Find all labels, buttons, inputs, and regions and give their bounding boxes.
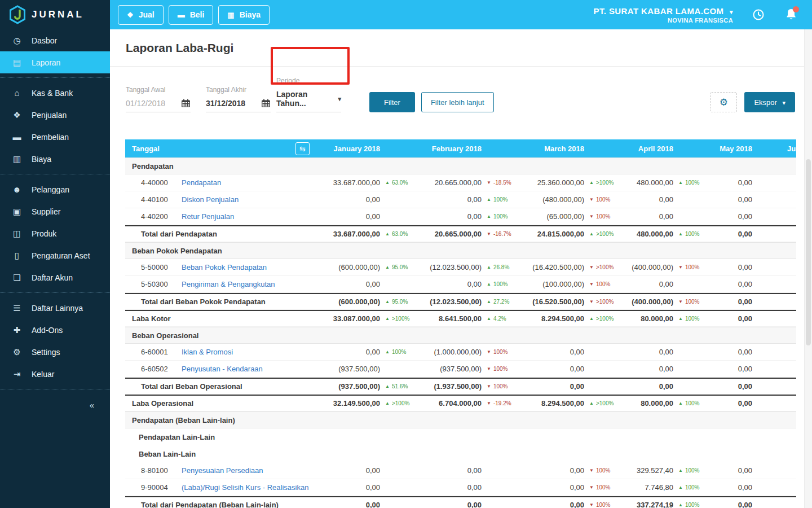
advanced-filter-button[interactable]: Filter lebih lanjut: [421, 92, 494, 112]
app-logo[interactable]: JURNAL: [0, 0, 110, 29]
month-cell: (600.000,00)▲95.0%: [312, 263, 415, 271]
page-title: Laporan Laba-Rugi: [126, 41, 233, 55]
account-link[interactable]: Diskon Penjualan: [182, 195, 239, 204]
sidebar-item-biaya[interactable]: ▥Biaya: [0, 148, 110, 170]
sidebar-item-pembelian[interactable]: ▬Pembelian: [0, 126, 110, 148]
sidebar-divider: [0, 77, 110, 78]
triangle-down-icon: ▼: [589, 299, 594, 304]
month-cell: 20.665.000,00▼-16.7%: [415, 230, 517, 238]
end-date-field[interactable]: Tanggal Akhir 31/12/2018: [206, 86, 271, 112]
month-cell: 8.294.500,00▲>100%: [517, 314, 619, 323]
triangle-up-icon: ▲: [589, 401, 594, 406]
percent-value: >100%: [596, 231, 614, 237]
month-cell: 0,00: [619, 212, 708, 221]
increase-badge: ▲>100%: [589, 231, 614, 237]
percent-value: 100%: [685, 502, 700, 508]
sales-tag-icon: ❖: [11, 110, 23, 120]
cell-value: 33.087.000,00: [312, 314, 380, 323]
month-cell: 0,00: [619, 348, 708, 356]
percent-value: 100%: [493, 196, 508, 203]
notifications-button[interactable]: [785, 8, 797, 21]
sidebar-collapse-button[interactable]: «: [0, 393, 110, 410]
sidebar-item-dasbor[interactable]: ◷Dasbor: [0, 29, 110, 51]
account-link[interactable]: Retur Penjualan: [182, 212, 234, 221]
account-code: 5-50300: [141, 280, 176, 288]
cell-value: 0,00: [708, 382, 752, 391]
badge-zone: ▲51.6%: [380, 383, 415, 389]
sidebar-item-pengaturan-aset[interactable]: ▯Pengaturan Aset: [0, 244, 110, 266]
account-link[interactable]: Pendapatan: [182, 178, 221, 187]
filter-bar: Tanggal Awal 01/12/2018 Tanggal Akhir 31…: [110, 67, 812, 121]
triangle-down-icon: ▼: [487, 401, 491, 406]
report-settings-button[interactable]: ⚙: [710, 92, 737, 112]
badge-zone: ▲100%: [673, 316, 708, 322]
sidebar-item-kas-bank[interactable]: ⌂Kas & Bank: [0, 82, 110, 104]
cell-value: 337.274,19: [619, 501, 673, 508]
expense-receipt-icon: ▥: [11, 154, 23, 164]
month-cell: (12.023.500,00)▲26.8%: [415, 263, 517, 271]
account-link[interactable]: Pengiriman & Pengangkutan: [182, 280, 275, 288]
biaya-button[interactable]: ▥Biaya: [218, 5, 270, 25]
sidebar: JURNAL ◷Dasbor▤Laporan⌂Kas & Bank❖Penjua…: [0, 0, 110, 508]
account-link[interactable]: Iklan & Promosi: [182, 348, 233, 356]
sidebar-item-penjualan[interactable]: ❖Penjualan: [0, 104, 110, 126]
account-code: 6-60001: [141, 348, 176, 356]
history-clock-button[interactable]: [752, 8, 765, 21]
section-row: Beban Pokok Pendapatan: [125, 242, 796, 259]
badge-zone: ▲>100%: [380, 400, 415, 406]
triangle-down-icon: ▼: [678, 265, 683, 270]
badge-zone: ▼>100%: [584, 299, 619, 305]
row-title-cell: 5-50000Beban Pokok Pendapatan: [125, 263, 312, 271]
cell-value: 0,00: [708, 348, 752, 356]
cell-value: 0,00: [708, 195, 752, 204]
sidebar-item-settings[interactable]: ⚙Settings: [0, 341, 110, 363]
cell-value: 0,00: [312, 348, 380, 356]
triangle-down-icon: ▼: [589, 485, 594, 490]
increase-badge: ▲>100%: [385, 400, 409, 406]
account-link[interactable]: Penyesuaian Persediaan: [182, 466, 263, 475]
cell-value: (12.023.500,00): [415, 263, 482, 271]
account-link[interactable]: Penyusutan - Kendaraan: [182, 365, 263, 373]
sidebar-item-daftar-akun[interactable]: ❏Daftar Akun: [0, 266, 110, 288]
company-menu[interactable]: PT. SURAT KABAR LAMA.COM ▾: [594, 6, 733, 16]
cell-value: 0,00: [517, 348, 584, 356]
sidebar-item-pelanggan[interactable]: ☻Pelanggan: [0, 178, 110, 200]
cell-value: 329.527,40: [619, 466, 673, 475]
account-link[interactable]: Beban Pokok Pendapatan: [182, 263, 267, 271]
decrease-badge: ▼100%: [487, 366, 508, 372]
account-link[interactable]: (Laba)/Rugi Selisih Kurs - Realisasikan: [182, 483, 308, 492]
sidebar-item-add-ons[interactable]: ✚Add-Ons: [0, 319, 110, 341]
month-cell: 32.149.500,00▲>100%: [312, 399, 415, 408]
decrease-badge: ▼100%: [487, 349, 508, 355]
dashboard-icon: ◷: [11, 36, 23, 46]
sidebar-item-supplier[interactable]: ▣Supplier: [0, 200, 110, 222]
triangle-up-icon: ▲: [385, 401, 390, 406]
export-button[interactable]: Ekspor ▾: [744, 92, 795, 112]
end-date-value: 31/12/2018: [206, 99, 245, 108]
scrollbar-thumb[interactable]: [806, 159, 811, 345]
percent-value: 100%: [493, 383, 508, 389]
total-label: Total dari Pendapatan: [141, 230, 217, 238]
cell-value: 0,00: [517, 382, 584, 391]
sidebar-item-produk[interactable]: ◫Produk: [0, 222, 110, 244]
period-dropdown[interactable]: Periode Laporan Tahun... ▾: [276, 77, 341, 112]
month-cell: 0,00: [312, 501, 415, 508]
compare-columns-button[interactable]: ⇆: [295, 142, 310, 155]
sidebar-item-laporan[interactable]: ▤Laporan: [0, 51, 110, 73]
percent-value: 26.8%: [493, 264, 509, 270]
user-name: NOVINA FRANSISCA: [594, 17, 733, 24]
page-scrollbar[interactable]: [804, 29, 812, 508]
increase-badge: ▲95.0%: [385, 264, 408, 270]
start-date-field[interactable]: Tanggal Awal 01/12/2018: [126, 86, 191, 112]
sidebar-item-daftar-lainnya[interactable]: ☰Daftar Lainnya: [0, 297, 110, 319]
month-cell: 0,00: [708, 466, 787, 475]
jual-button[interactable]: ❖Jual: [118, 5, 164, 25]
sidebar-item-keluar[interactable]: ⇥Keluar: [0, 363, 110, 385]
beli-button[interactable]: ▬Beli: [169, 5, 214, 25]
decrease-badge: ▼100%: [487, 383, 508, 389]
cell-value: 0,00: [415, 483, 482, 492]
filter-button[interactable]: Filter: [369, 92, 415, 112]
badge-zone: ▼100%: [673, 264, 708, 270]
account-code: 6-60502: [141, 365, 176, 373]
column-header-month: February 2018: [415, 144, 517, 153]
